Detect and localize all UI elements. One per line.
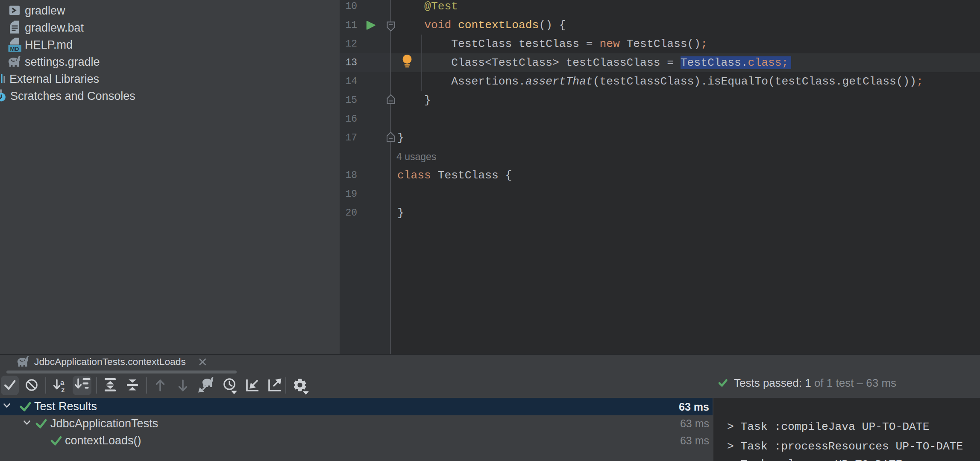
svg-text:z: z <box>61 386 65 394</box>
svg-text:MD: MD <box>10 46 19 52</box>
